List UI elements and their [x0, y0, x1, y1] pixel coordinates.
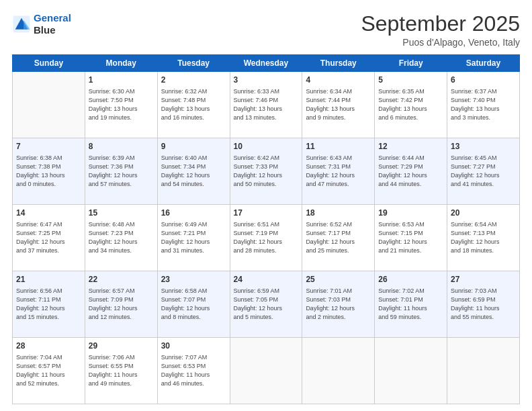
day-number: 29: [89, 340, 154, 352]
day-info: Sunrise: 6:33 AMSunset: 7:46 PMDaylight:…: [234, 87, 299, 122]
day-number: 6: [451, 75, 516, 86]
day-info: Sunrise: 6:57 AMSunset: 7:09 PMDaylight:…: [89, 287, 154, 322]
table-row: 30Sunrise: 7:07 AMSunset: 6:53 PMDayligh…: [157, 338, 230, 404]
day-number: 5: [378, 75, 443, 86]
day-info: Sunrise: 6:32 AMSunset: 7:48 PMDaylight:…: [161, 87, 226, 122]
day-info: Sunrise: 6:34 AMSunset: 7:44 PMDaylight:…: [306, 87, 371, 122]
col-thursday: Thursday: [302, 55, 375, 72]
day-info: Sunrise: 6:42 AMSunset: 7:33 PMDaylight:…: [234, 154, 299, 189]
logo-icon: [12, 15, 31, 34]
table-row: 9Sunrise: 6:40 AMSunset: 7:34 PMDaylight…: [157, 138, 230, 205]
table-row: 4Sunrise: 6:34 AMSunset: 7:44 PMDaylight…: [302, 72, 375, 138]
day-info: Sunrise: 6:48 AMSunset: 7:23 PMDaylight:…: [89, 220, 154, 255]
day-number: 28: [16, 340, 81, 352]
col-friday: Friday: [375, 55, 447, 72]
table-row: 2Sunrise: 6:32 AMSunset: 7:48 PMDaylight…: [157, 72, 230, 138]
table-row: 22Sunrise: 6:57 AMSunset: 7:09 PMDayligh…: [85, 271, 157, 338]
day-info: Sunrise: 6:30 AMSunset: 7:50 PMDaylight:…: [89, 87, 154, 122]
day-number: 27: [451, 274, 516, 285]
day-number: 2: [161, 75, 226, 86]
day-number: 30: [161, 340, 226, 352]
header: General Blue September 2025 Puos d'Alpag…: [12, 12, 520, 48]
table-row: 5Sunrise: 6:35 AMSunset: 7:42 PMDaylight…: [375, 72, 447, 138]
day-number: 20: [451, 208, 516, 219]
calendar-week-row: 7Sunrise: 6:38 AMSunset: 7:38 PMDaylight…: [13, 138, 520, 205]
table-row: 12Sunrise: 6:44 AMSunset: 7:29 PMDayligh…: [375, 138, 447, 205]
table-row: [375, 338, 447, 404]
day-number: 15: [89, 208, 154, 219]
table-row: [302, 338, 375, 404]
col-saturday: Saturday: [447, 55, 520, 72]
table-row: 8Sunrise: 6:39 AMSunset: 7:36 PMDaylight…: [85, 138, 157, 205]
day-info: Sunrise: 6:37 AMSunset: 7:40 PMDaylight:…: [451, 87, 516, 122]
day-number: 23: [161, 274, 226, 285]
table-row: 1Sunrise: 6:30 AMSunset: 7:50 PMDaylight…: [85, 72, 157, 138]
day-number: 22: [89, 274, 154, 285]
table-row: 7Sunrise: 6:38 AMSunset: 7:38 PMDaylight…: [13, 138, 85, 205]
table-row: 23Sunrise: 6:58 AMSunset: 7:07 PMDayligh…: [157, 271, 230, 338]
day-number: 4: [306, 75, 371, 86]
day-info: Sunrise: 6:53 AMSunset: 7:15 PMDaylight:…: [378, 220, 443, 255]
table-row: 16Sunrise: 6:49 AMSunset: 7:21 PMDayligh…: [157, 205, 230, 271]
calendar-week-row: 14Sunrise: 6:47 AMSunset: 7:25 PMDayligh…: [13, 205, 520, 271]
table-row: 26Sunrise: 7:02 AMSunset: 7:01 PMDayligh…: [375, 271, 447, 338]
table-row: 3Sunrise: 6:33 AMSunset: 7:46 PMDaylight…: [230, 72, 302, 138]
col-tuesday: Tuesday: [157, 55, 230, 72]
day-number: 11: [306, 141, 371, 152]
day-info: Sunrise: 6:58 AMSunset: 7:07 PMDaylight:…: [161, 287, 226, 322]
page: General Blue September 2025 Puos d'Alpag…: [0, 0, 532, 411]
day-number: 12: [378, 141, 443, 152]
table-row: 6Sunrise: 6:37 AMSunset: 7:40 PMDaylight…: [447, 72, 520, 138]
table-row: [447, 338, 520, 404]
day-info: Sunrise: 6:40 AMSunset: 7:34 PMDaylight:…: [161, 154, 226, 189]
day-info: Sunrise: 6:51 AMSunset: 7:19 PMDaylight:…: [234, 220, 299, 255]
table-row: 13Sunrise: 6:45 AMSunset: 7:27 PMDayligh…: [447, 138, 520, 205]
table-row: 17Sunrise: 6:51 AMSunset: 7:19 PMDayligh…: [230, 205, 302, 271]
location: Puos d'Alpago, Veneto, Italy: [361, 37, 520, 48]
day-number: 10: [234, 141, 299, 152]
day-info: Sunrise: 7:06 AMSunset: 6:55 PMDaylight:…: [89, 353, 154, 388]
table-row: 14Sunrise: 6:47 AMSunset: 7:25 PMDayligh…: [13, 205, 85, 271]
day-number: 8: [89, 141, 154, 152]
day-info: Sunrise: 6:56 AMSunset: 7:11 PMDaylight:…: [16, 287, 81, 322]
table-row: 29Sunrise: 7:06 AMSunset: 6:55 PMDayligh…: [85, 338, 157, 404]
day-number: 24: [234, 274, 299, 285]
day-info: Sunrise: 6:38 AMSunset: 7:38 PMDaylight:…: [16, 154, 81, 189]
table-row: 28Sunrise: 7:04 AMSunset: 6:57 PMDayligh…: [13, 338, 85, 404]
table-row: 18Sunrise: 6:52 AMSunset: 7:17 PMDayligh…: [302, 205, 375, 271]
day-info: Sunrise: 7:04 AMSunset: 6:57 PMDaylight:…: [16, 353, 81, 388]
day-number: 1: [89, 75, 154, 86]
day-info: Sunrise: 6:35 AMSunset: 7:42 PMDaylight:…: [378, 87, 443, 122]
table-row: 11Sunrise: 6:43 AMSunset: 7:31 PMDayligh…: [302, 138, 375, 205]
weekday-header-row: Sunday Monday Tuesday Wednesday Thursday…: [13, 55, 520, 72]
day-info: Sunrise: 6:39 AMSunset: 7:36 PMDaylight:…: [89, 154, 154, 189]
day-number: 3: [234, 75, 299, 86]
table-row: 15Sunrise: 6:48 AMSunset: 7:23 PMDayligh…: [85, 205, 157, 271]
day-info: Sunrise: 6:45 AMSunset: 7:27 PMDaylight:…: [451, 154, 516, 189]
table-row: 27Sunrise: 7:03 AMSunset: 6:59 PMDayligh…: [447, 271, 520, 338]
day-number: 26: [378, 274, 443, 285]
col-sunday: Sunday: [13, 55, 85, 72]
day-info: Sunrise: 6:47 AMSunset: 7:25 PMDaylight:…: [16, 220, 81, 255]
logo-text: General Blue: [34, 12, 71, 36]
day-number: 13: [451, 141, 516, 152]
table-row: 25Sunrise: 7:01 AMSunset: 7:03 PMDayligh…: [302, 271, 375, 338]
table-row: 21Sunrise: 6:56 AMSunset: 7:11 PMDayligh…: [13, 271, 85, 338]
day-number: 25: [306, 274, 371, 285]
day-info: Sunrise: 6:59 AMSunset: 7:05 PMDaylight:…: [234, 287, 299, 322]
calendar-table: Sunday Monday Tuesday Wednesday Thursday…: [12, 54, 520, 404]
day-number: 7: [16, 141, 81, 152]
day-number: 14: [16, 208, 81, 219]
day-number: 19: [378, 208, 443, 219]
calendar-week-row: 1Sunrise: 6:30 AMSunset: 7:50 PMDaylight…: [13, 72, 520, 138]
day-info: Sunrise: 7:02 AMSunset: 7:01 PMDaylight:…: [378, 287, 443, 322]
day-number: 9: [161, 141, 226, 152]
day-info: Sunrise: 6:52 AMSunset: 7:17 PMDaylight:…: [306, 220, 371, 255]
table-row: [13, 72, 85, 138]
calendar-week-row: 28Sunrise: 7:04 AMSunset: 6:57 PMDayligh…: [13, 338, 520, 404]
table-row: 19Sunrise: 6:53 AMSunset: 7:15 PMDayligh…: [375, 205, 447, 271]
day-info: Sunrise: 6:54 AMSunset: 7:13 PMDaylight:…: [451, 220, 516, 255]
day-number: 17: [234, 208, 299, 219]
day-number: 18: [306, 208, 371, 219]
logo: General Blue: [12, 12, 71, 36]
